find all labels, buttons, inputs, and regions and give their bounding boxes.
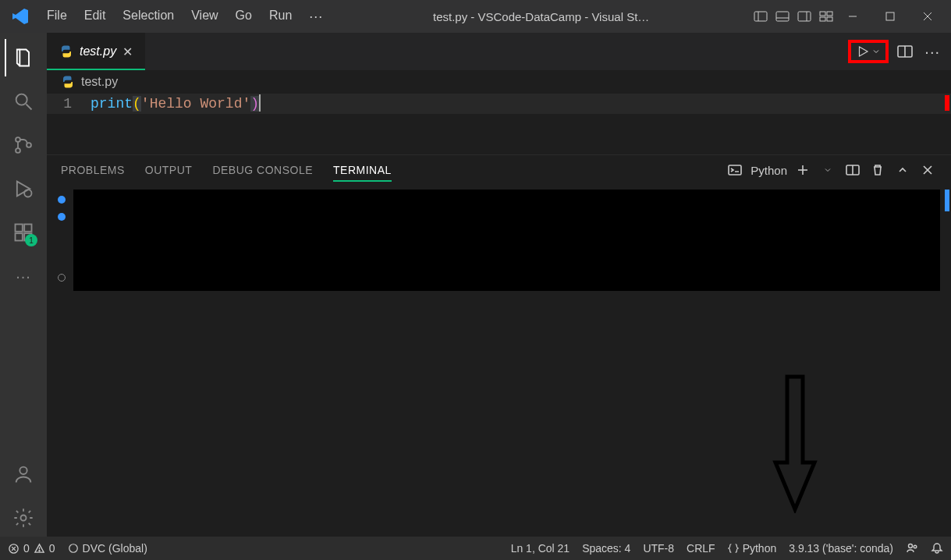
python-file-icon — [59, 44, 73, 58]
status-bar: 0 0 DVC (Global) Ln 1, Col 21 Spaces: 4 … — [0, 537, 951, 560]
terminal-task-indicators — [58, 196, 66, 282]
svg-point-24 — [20, 467, 27, 474]
svg-rect-2 — [776, 12, 789, 21]
kill-terminal-icon[interactable] — [868, 161, 887, 179]
activity-bar: 1 ··· — [0, 33, 47, 537]
svg-rect-9 — [827, 17, 832, 21]
terminal-output[interactable] — [73, 190, 940, 291]
svg-rect-20 — [16, 225, 23, 232]
code-editor[interactable]: 1 print('Hello World') — [47, 94, 951, 154]
svg-rect-8 — [820, 17, 825, 21]
activity-overflow[interactable]: ··· — [5, 257, 42, 295]
status-errors[interactable]: 0 0 — [8, 542, 55, 555]
annotation-arrow-icon — [772, 373, 818, 513]
close-tab-icon[interactable]: ✕ — [122, 44, 133, 59]
split-editor-icon[interactable] — [893, 40, 917, 63]
terminal-body[interactable] — [47, 185, 951, 537]
status-interpreter[interactable]: 3.9.13 ('base': conda) — [789, 542, 893, 555]
svg-rect-6 — [820, 12, 825, 16]
status-encoding[interactable]: UTF-8 — [643, 542, 674, 555]
svg-rect-4 — [798, 12, 811, 21]
svg-point-25 — [21, 516, 27, 521]
braces-icon — [728, 543, 739, 554]
accounts-button[interactable] — [5, 455, 42, 493]
activity-explorer[interactable] — [5, 39, 42, 76]
code-content[interactable]: print('Hello World') — [90, 95, 261, 112]
status-dvc[interactable]: DVC (Global) — [68, 542, 147, 555]
close-window-button[interactable] — [910, 5, 945, 28]
svg-point-17 — [16, 148, 20, 153]
menu-overflow[interactable]: ··· — [301, 4, 331, 30]
close-panel-icon[interactable] — [918, 161, 937, 179]
status-cursor-position[interactable]: Ln 1, Col 21 — [511, 542, 570, 555]
activity-extensions[interactable]: 1 — [5, 214, 42, 251]
panel-tabs: PROBLEMS OUTPUT DEBUG CONSOLE TERMINAL P… — [47, 155, 951, 185]
maximize-button[interactable] — [873, 5, 907, 28]
task-dot-icon — [58, 213, 66, 221]
minimize-button[interactable] — [836, 5, 870, 28]
layout-bottom-icon[interactable] — [773, 7, 792, 26]
code-line[interactable]: 1 print('Hello World') — [47, 94, 951, 114]
svg-rect-11 — [886, 12, 894, 20]
breadcrumb-file: test.py — [81, 75, 118, 89]
window-title: test.py - VSCode-DataCamp - Visual St… — [331, 10, 751, 23]
svg-point-39 — [39, 550, 40, 551]
menu-run[interactable]: Run — [261, 4, 300, 30]
status-bell-icon[interactable] — [931, 542, 943, 555]
menu-file[interactable]: File — [39, 4, 75, 30]
panel-tab-debug-console[interactable]: DEBUG CONSOLE — [212, 159, 313, 181]
editor-tabs: test.py ✕ ··· — [47, 33, 951, 70]
svg-rect-0 — [754, 12, 767, 21]
panel-tab-terminal[interactable]: TERMINAL — [333, 159, 392, 181]
svg-point-41 — [909, 544, 913, 548]
svg-point-16 — [16, 137, 20, 142]
window-controls — [836, 5, 945, 28]
editor-group: test.py ✕ ··· test.py 1 print('Hello Wor… — [47, 33, 951, 537]
status-eol[interactable]: CRLF — [687, 542, 715, 555]
split-terminal-icon[interactable] — [843, 161, 862, 179]
activity-run-debug[interactable] — [5, 170, 42, 207]
svg-line-15 — [27, 105, 32, 110]
svg-point-14 — [16, 94, 27, 105]
status-feedback-icon[interactable] — [906, 542, 918, 555]
settings-gear-icon[interactable] — [5, 499, 42, 537]
chevron-down-icon — [871, 47, 881, 56]
panel-tab-problems[interactable]: PROBLEMS — [61, 159, 125, 181]
task-dot-icon — [58, 196, 66, 204]
python-file-icon — [61, 75, 75, 89]
tab-test-py[interactable]: test.py ✕ — [47, 33, 145, 70]
activity-search[interactable] — [5, 83, 42, 120]
svg-rect-22 — [16, 233, 23, 240]
new-terminal-button[interactable] — [793, 161, 812, 179]
breadcrumb[interactable]: test.py — [47, 70, 951, 94]
play-icon — [856, 44, 870, 58]
layout-grid-icon[interactable] — [817, 7, 836, 26]
svg-point-42 — [914, 545, 917, 548]
menu-bar: File Edit Selection View Go Run ··· — [39, 4, 331, 30]
maximize-panel-icon[interactable] — [893, 161, 912, 179]
menu-selection[interactable]: Selection — [115, 4, 182, 30]
terminal-dropdown-icon[interactable] — [818, 161, 837, 179]
menu-view[interactable]: View — [183, 4, 225, 30]
layout-left-icon[interactable] — [751, 7, 770, 26]
status-language[interactable]: Python — [728, 542, 777, 555]
run-file-button[interactable] — [848, 40, 889, 63]
terminal-scrollbar[interactable] — [945, 190, 949, 211]
activity-source-control[interactable] — [5, 126, 42, 164]
editor-more-actions[interactable]: ··· — [921, 43, 943, 61]
minimap-highlight — [945, 95, 949, 111]
tab-label: test.py — [80, 44, 116, 58]
cursor — [259, 94, 261, 112]
svg-point-40 — [69, 544, 77, 553]
circle-icon — [68, 543, 79, 554]
menu-edit[interactable]: Edit — [76, 4, 114, 30]
extensions-badge: 1 — [25, 234, 37, 246]
panel-tab-output[interactable]: OUTPUT — [145, 159, 193, 181]
terminal-profile-label[interactable]: Python — [751, 164, 787, 177]
terminal-profile-icon[interactable] — [726, 161, 744, 179]
status-indent[interactable]: Spaces: 4 — [582, 542, 630, 555]
menu-go[interactable]: Go — [228, 4, 260, 30]
svg-point-19 — [24, 190, 31, 197]
vscode-logo-icon — [9, 5, 31, 27]
layout-right-icon[interactable] — [795, 7, 814, 26]
